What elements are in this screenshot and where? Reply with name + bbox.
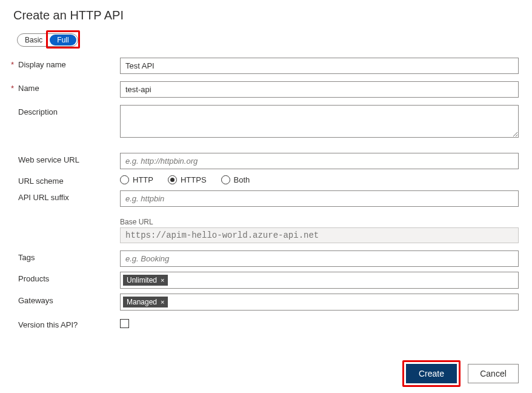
toggle-basic[interactable]: Basic [18,34,50,46]
required-mark: * [11,60,18,69]
label-products: Products [18,274,49,283]
label-web-service-url: Web service URL [18,155,79,164]
label-description: Description [18,107,58,116]
cancel-button[interactable]: Cancel [468,364,519,383]
radio-http-label: HTTP [133,175,153,184]
name-input[interactable] [120,81,519,98]
close-icon[interactable]: × [161,277,164,284]
radio-icon [221,175,230,184]
display-name-input[interactable] [120,58,519,74]
radio-https-label: HTTPS [181,175,207,184]
label-display-name: Display name [18,60,66,69]
product-chip-label: Unlimited [127,276,157,284]
label-name: Name [18,84,39,93]
page-title: Create an HTTP API [13,8,519,22]
label-tags: Tags [18,253,35,262]
web-service-url-input[interactable] [120,153,519,169]
label-gateways: Gateways [18,296,53,305]
label-base-url: Base URL [120,218,519,226]
radio-http[interactable]: HTTP [120,175,153,184]
radio-icon [168,175,177,184]
close-icon[interactable]: × [161,298,164,306]
required-mark: * [11,84,18,93]
base-url-readonly: https://apim-hello-world.azure-api.net [120,227,519,243]
radio-https[interactable]: HTTPS [168,175,207,184]
view-toggle: Basic Full [17,33,78,47]
radio-icon [120,175,129,184]
gateway-chip-label: Managed [127,298,157,306]
product-chip: Unlimited × [123,275,168,286]
radio-both[interactable]: Both [221,175,250,184]
tags-input[interactable] [120,250,519,267]
products-input[interactable]: Unlimited × [120,272,519,289]
api-url-suffix-input[interactable] [120,190,519,207]
create-button[interactable]: Create [406,364,457,383]
label-url-scheme: URL scheme [18,176,64,186]
toggle-full[interactable]: Full [50,35,76,45]
label-version-api: Version this API? [18,320,78,329]
description-textarea[interactable] [120,105,519,138]
gateways-input[interactable]: Managed × [120,294,519,311]
radio-both-label: Both [234,175,250,184]
gateway-chip: Managed × [123,297,168,307]
label-api-url-suffix: API URL suffix [18,193,69,202]
version-api-checkbox[interactable] [120,319,129,328]
